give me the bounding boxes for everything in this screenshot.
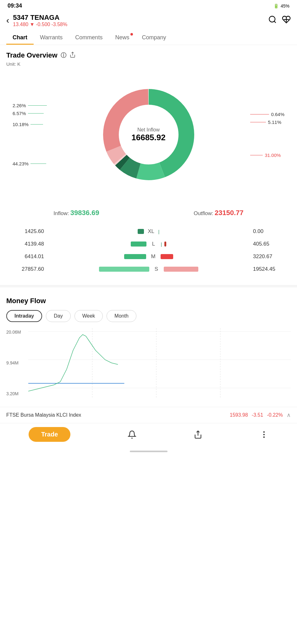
info-icon[interactable]: ⓘ [61, 52, 66, 59]
section-title: Trade Overview ⓘ [6, 51, 291, 59]
m-label: M [149, 253, 158, 260]
chart-y-labels: 20.06M 9.94M 3.20M [6, 328, 21, 397]
tab-week[interactable]: Week [74, 310, 103, 322]
stock-price: 13.480 [13, 22, 28, 27]
m-bar-container: M [44, 253, 253, 260]
header: ‹ 5347 TENAGA 13.480 ▼ -0.500 -3.58% [0, 10, 297, 31]
flow-summary: Inflow: 39836.69 Outflow: 23150.77 [0, 204, 297, 222]
label-6-57: 6.57% [13, 111, 47, 116]
y-label-top: 20.06M [6, 330, 21, 335]
index-price: 1593.98 [230, 412, 248, 418]
label-31-00: 31.00% [250, 153, 284, 158]
stock-change: -0.500 [36, 22, 50, 27]
donut-center-label: Net Inflow [131, 127, 165, 133]
table-row: 6414.01 M 3220.67 [6, 250, 291, 263]
more-button[interactable] [260, 430, 268, 439]
donut-left-labels: 2.26% 6.57% 10.18% 44.23% [13, 72, 47, 197]
label-44-23: 44.23% [13, 161, 47, 166]
svg-point-22 [264, 431, 264, 432]
watchlist-icon[interactable] [282, 15, 291, 26]
donut-center: Net Inflow 16685.92 [131, 127, 165, 142]
breakdown-table: 1425.60 XL | 0.00 4139.48 L | 405.65 641… [0, 225, 297, 282]
label-0-64: 0.64% [250, 112, 284, 117]
s-bar-container: S [44, 266, 253, 272]
back-button[interactable]: ‹ [6, 15, 9, 25]
table-row: 4139.48 L | 405.65 [6, 238, 291, 250]
l-bar-container: L | [44, 241, 253, 247]
tab-company[interactable]: Company [135, 31, 172, 45]
bottom-index-bar: FTSE Bursa Malaysia KLCI Index 1593.98 -… [0, 407, 297, 423]
trade-overview-title: Trade Overview [6, 51, 58, 59]
stock-title: 5347 TENAGA 13.480 ▼ -0.500 -3.58% [13, 14, 67, 27]
stock-change-pct: -3.58% [51, 22, 67, 27]
header-right [268, 15, 291, 26]
nav-tabs: Chart Warrants Comments News Company [0, 31, 297, 45]
xl-label: XL [146, 228, 156, 235]
s-inflow-bar [99, 267, 149, 272]
money-flow-section: Money Flow Intraday Day Week Month 20.06… [0, 291, 297, 407]
donut-chart-wrap: Net Inflow 16685.92 [98, 84, 199, 185]
share-button[interactable] [194, 430, 202, 439]
index-name: FTSE Bursa Malaysia KLCI Index [6, 412, 81, 418]
tab-day[interactable]: Day [46, 310, 70, 322]
tab-month[interactable]: Month [107, 310, 136, 322]
status-time: 09:34 [8, 3, 22, 9]
svg-point-23 [264, 434, 264, 435]
header-left: ‹ 5347 TENAGA 13.480 ▼ -0.500 -3.58% [6, 14, 67, 27]
svg-line-1 [274, 21, 276, 23]
m-left-val: 6414.01 [6, 253, 44, 260]
chevron-up-icon[interactable]: ∧ [287, 412, 291, 419]
l-label: L [149, 241, 158, 247]
news-badge [130, 33, 133, 36]
svg-point-0 [269, 16, 275, 22]
inflow-item: Inflow: 39836.69 [53, 209, 99, 217]
svg-point-24 [264, 437, 264, 437]
status-icons: 🔋 45% [273, 3, 289, 8]
tab-comments[interactable]: Comments [69, 31, 109, 45]
s-outflow-bar [164, 267, 198, 272]
l-sep: | [161, 242, 162, 247]
tab-warrants[interactable]: Warrants [34, 31, 69, 45]
tab-chart[interactable]: Chart [6, 31, 34, 45]
share-icon[interactable] [69, 52, 76, 59]
bottom-nav: Trade [0, 423, 297, 448]
notification-button[interactable] [128, 430, 136, 439]
donut-chart-container: 2.26% 6.57% 10.18% 44.23% [6, 72, 291, 197]
index-change: -3.51 [252, 412, 263, 418]
money-flow-title: Money Flow [6, 297, 291, 305]
l-right-val: 405.65 [253, 241, 291, 247]
index-values: 1593.98 -3.51 -0.22% ∧ [230, 412, 291, 419]
outflow-item: Outflow: 23150.77 [194, 209, 244, 217]
section-separator [0, 285, 297, 287]
s-label: S [152, 266, 161, 272]
label-10-18: 10.18% [13, 122, 47, 127]
trade-button[interactable]: Trade [29, 427, 70, 442]
outflow-value: 23150.77 [215, 209, 244, 217]
s-left-val: 27857.60 [6, 266, 44, 272]
l-inflow-bar [131, 242, 146, 247]
s-right-val: 19524.45 [253, 266, 291, 272]
label-5-11: 5.11% [250, 119, 284, 125]
l-left-val: 4139.48 [6, 241, 44, 247]
xl-bar-container: XL | [44, 228, 253, 235]
scroll-indicator [130, 451, 168, 452]
donut-center-value: 16685.92 [131, 133, 165, 142]
stock-code-name: 5347 TENAGA [13, 14, 67, 22]
xl-sep: | [158, 229, 160, 234]
line-chart-area: 20.06M 9.94M 3.20M [6, 328, 291, 397]
search-icon[interactable] [268, 15, 277, 26]
xl-inflow-bar [138, 229, 144, 234]
m-right-val: 3220.67 [253, 253, 291, 260]
outflow-label: Outflow: [194, 210, 213, 216]
battery-icon: 🔋 [273, 3, 279, 8]
tab-intraday[interactable]: Intraday [6, 310, 42, 322]
l-outflow-bar [164, 242, 166, 247]
table-row: 1425.60 XL | 0.00 [6, 225, 291, 238]
tab-news[interactable]: News [109, 31, 135, 45]
xl-left-val: 1425.60 [6, 228, 44, 235]
table-row: 27857.60 S 19524.45 [6, 263, 291, 275]
status-bar: 09:34 🔋 45% [0, 0, 297, 10]
m-outflow-bar [161, 254, 173, 259]
inflow-label: Inflow: [53, 210, 69, 216]
down-arrow-icon: ▼ [30, 22, 35, 27]
